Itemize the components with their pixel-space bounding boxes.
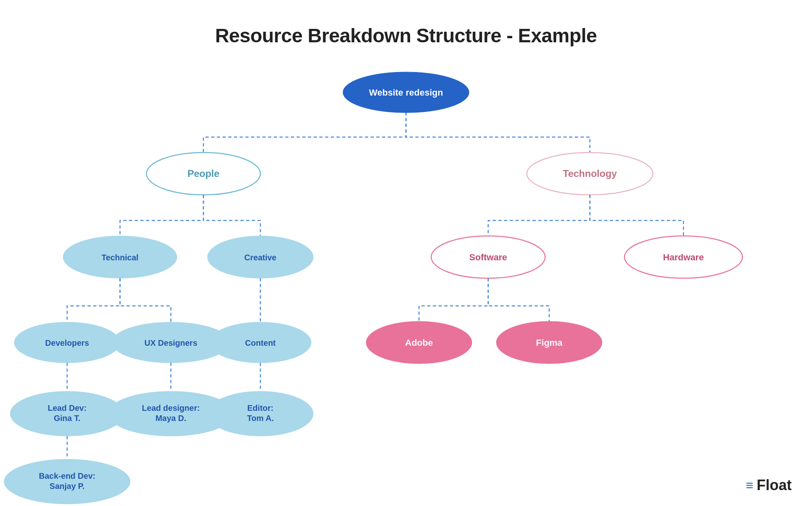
node-root-label: Website redesign (369, 87, 443, 98)
node-lead-designer-label: Lead designer: (142, 403, 200, 412)
logo-container: ≡ Float (746, 477, 792, 494)
connector-people-creative (203, 195, 260, 237)
connector-technology-software (488, 195, 590, 237)
node-backend-dev-name: Sanjay P. (50, 482, 85, 491)
node-technical-label: Technical (102, 253, 139, 262)
node-technology-label: Technology (563, 168, 618, 179)
connector-technical-ux (120, 278, 171, 322)
page-title: Resource Breakdown Structure - Example (0, 0, 812, 47)
connector-root-people (203, 107, 406, 155)
node-content-label: Content (245, 338, 276, 347)
node-figma-label: Figma (536, 338, 563, 348)
node-lead-dev-label: Lead Dev: (48, 403, 87, 412)
node-lead-designer-name: Maya D. (155, 414, 186, 423)
connector-people-technical (120, 195, 203, 237)
node-creative-label: Creative (244, 253, 277, 262)
node-adobe-label: Adobe (405, 338, 433, 348)
diagram-container: Website redesign People Technology Techn… (0, 57, 812, 506)
node-lead-dev-name: Gina T. (54, 414, 81, 423)
node-people-label: People (188, 168, 220, 179)
node-ux-designers-label: UX Designers (144, 338, 197, 347)
node-software-label: Software (469, 252, 507, 262)
node-hardware-label: Hardware (663, 252, 704, 262)
node-developers-label: Developers (45, 338, 89, 347)
connector-software-figma (488, 278, 549, 322)
node-editor-label: Editor: (247, 403, 273, 412)
connector-root-technology (406, 107, 590, 155)
node-editor-name: Tom A. (247, 414, 274, 423)
logo-icon: ≡ (746, 478, 753, 493)
connector-technology-hardware (590, 195, 683, 237)
diagram-svg: Website redesign People Technology Techn… (0, 57, 812, 506)
connector-technical-developers (67, 278, 120, 322)
connector-software-adobe (419, 278, 488, 322)
logo-text: Float (757, 477, 792, 494)
node-backend-dev-label: Back-end Dev: (39, 471, 96, 480)
